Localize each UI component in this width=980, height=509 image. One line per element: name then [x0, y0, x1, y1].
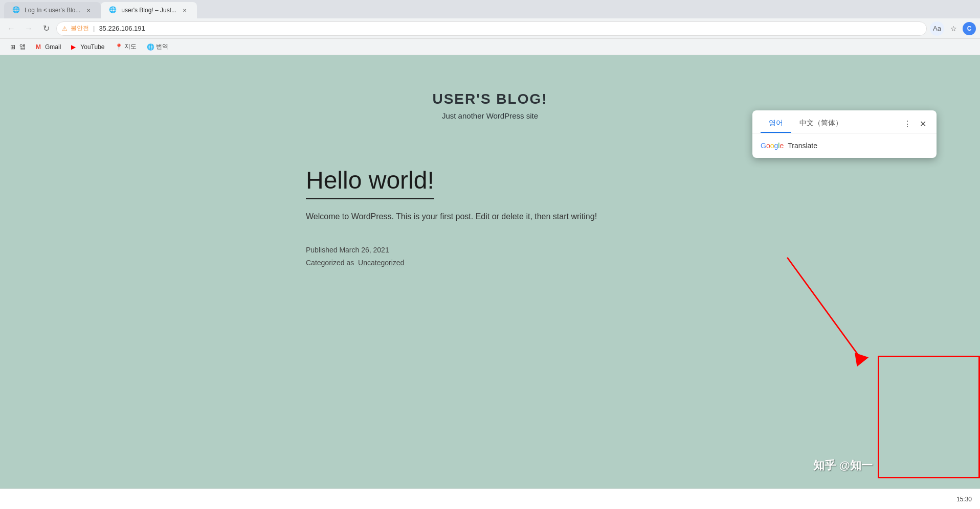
bookmark-youtube-label: YouTube	[80, 43, 104, 51]
address-bar[interactable]: ⚠ 불안전 | 35.226.106.191	[56, 21, 927, 36]
svg-marker-1	[855, 353, 868, 366]
maps-icon: 📍	[115, 43, 122, 51]
bookmark-maps-label: 지도	[124, 42, 137, 51]
translate-popup-body: Google Translate	[752, 133, 937, 158]
translate-bookmark-icon: 🌐	[147, 43, 154, 51]
translate-popup-header: 영어 中文（简体） ⋮ ✕	[752, 110, 937, 133]
taskbar: 15:30	[0, 489, 980, 509]
forward-button[interactable]: →	[21, 21, 36, 36]
tab-login-favicon: 🌐	[12, 6, 20, 14]
bookmark-gmail-label: Gmail	[45, 43, 61, 51]
taskbar-time: 15:30	[956, 496, 972, 503]
category-link[interactable]: Uncategorized	[358, 259, 404, 267]
bookmark-translate[interactable]: 🌐 번역	[143, 41, 172, 52]
categorized-label: Categorized as	[306, 259, 354, 267]
translate-popup: 영어 中文（简体） ⋮ ✕ Google Translate	[752, 110, 937, 158]
post-title-link[interactable]: Hello world!	[306, 166, 434, 199]
bookmark-apps-label: 앱	[19, 42, 26, 51]
youtube-icon: ▶	[71, 43, 78, 51]
translate-icon[interactable]: Aa	[930, 21, 944, 36]
tab-blog[interactable]: 🌐 user's Blog! – Just... ✕	[101, 2, 197, 18]
bookmark-star-icon[interactable]: ☆	[946, 21, 961, 36]
bookmark-youtube[interactable]: ▶ YouTube	[67, 42, 108, 52]
url-text: 35.226.106.191	[99, 25, 145, 32]
tab-blog-label: user's Blog! – Just...	[121, 7, 176, 14]
google-logo: Google	[761, 142, 784, 150]
tab-login-close[interactable]: ✕	[84, 6, 93, 14]
published-date: Published March 26, 2021	[306, 244, 674, 257]
translate-label: Translate	[788, 142, 817, 150]
back-button[interactable]: ←	[4, 21, 18, 36]
translate-tab-english[interactable]: 영어	[761, 114, 791, 133]
bookmark-apps[interactable]: ⊞ 앱	[6, 41, 30, 52]
toolbar: ← → ↻ ⚠ 불안전 | 35.226.106.191 Aa ☆ C	[0, 18, 980, 39]
toolbar-actions: Aa ☆ C	[930, 21, 976, 36]
watermark-text: 知乎 @知一	[813, 458, 873, 473]
tab-login[interactable]: 🌐 Log In < user's Blo... ✕	[4, 2, 101, 18]
post-category: Categorized as Uncategorized	[306, 257, 674, 269]
browser-frame: 🌐 Log In < user's Blo... ✕ 🌐 user's Blog…	[0, 0, 980, 509]
bookmarks-bar: ⊞ 앱 M Gmail ▶ YouTube 📍 지도 🌐 번역	[0, 39, 980, 55]
tab-blog-favicon: 🌐	[109, 6, 117, 14]
red-rectangle-annotation	[878, 356, 980, 478]
gmail-icon: M	[36, 43, 43, 51]
translate-popup-actions: ⋮ ✕	[901, 117, 928, 131]
profile-icon[interactable]: C	[963, 22, 976, 35]
translate-tab-chinese[interactable]: 中文（简体）	[791, 114, 851, 133]
refresh-button[interactable]: ↻	[39, 21, 53, 36]
page-content: USER'S BLOG! Just another WordPress site…	[0, 55, 980, 489]
security-warning-text: 불안전	[71, 24, 89, 33]
post-content: Welcome to WordPress. This is your first…	[306, 210, 674, 223]
tab-bar: 🌐 Log In < user's Blo... ✕ 🌐 user's Blog…	[0, 0, 980, 18]
bookmark-gmail[interactable]: M Gmail	[32, 42, 65, 52]
red-arrow-annotation	[778, 244, 880, 382]
security-warning-icon: ⚠	[62, 25, 68, 32]
translate-close-button[interactable]: ✕	[918, 117, 928, 131]
apps-icon: ⊞	[10, 43, 17, 51]
address-separator: |	[93, 25, 95, 32]
svg-line-0	[787, 258, 861, 360]
translate-more-button[interactable]: ⋮	[901, 117, 914, 131]
bookmark-maps[interactable]: 📍 지도	[111, 41, 141, 52]
bookmark-translate-label: 번역	[156, 42, 168, 51]
tab-login-label: Log In < user's Blo...	[25, 7, 80, 14]
tab-blog-close[interactable]: ✕	[181, 6, 189, 14]
post-meta: Published March 26, 2021 Categorized as …	[306, 244, 674, 269]
blog-post: Hello world! Welcome to WordPress. This …	[285, 146, 695, 290]
site-title: USER'S BLOG!	[20, 91, 960, 107]
